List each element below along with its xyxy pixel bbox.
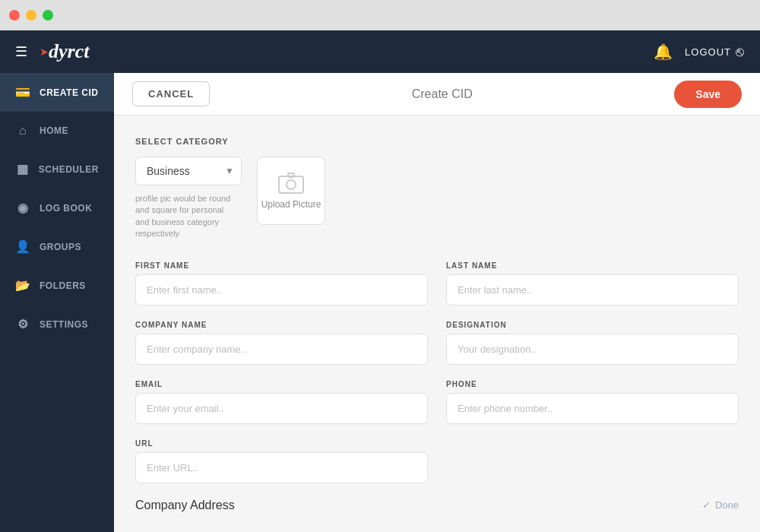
upload-image-icon (277, 172, 305, 195)
sidebar-active-label: Create CID (40, 87, 98, 98)
hamburger-icon[interactable]: ☰ (15, 43, 27, 60)
cid-icon: 💳 (15, 85, 30, 100)
logout-label: LOGOUT (685, 46, 731, 58)
category-select[interactable]: Business Personal (135, 157, 242, 185)
home-icon: ⌂ (15, 124, 30, 138)
upload-picture-box[interactable]: Upload Picture (257, 157, 325, 225)
url-input[interactable] (135, 452, 428, 483)
sidebar-groups-label: GROUPS (40, 242, 81, 252)
last-name-input[interactable] (446, 274, 739, 306)
email-input[interactable] (135, 393, 428, 424)
sidebar-item-groups[interactable]: 👤 GROUPS (0, 227, 114, 266)
select-wrapper: Business Personal ▼ (135, 157, 242, 185)
page-title: Create CID (412, 87, 473, 101)
email-label: EMAIL (135, 380, 428, 388)
done-button[interactable]: ✓ Done (702, 499, 739, 511)
last-name-group: LAST NAME (446, 261, 739, 306)
settings-icon: ⚙ (15, 317, 30, 331)
url-label: URL (135, 439, 428, 448)
phone-group: PHONE (446, 380, 739, 424)
svg-rect-2 (288, 173, 294, 177)
sidebar-folders-label: FOLDERS (40, 280, 86, 291)
first-name-group: FIRST NAME (135, 261, 428, 306)
close-button[interactable] (9, 10, 20, 21)
company-name-label: COMPANY NAME (135, 321, 428, 329)
sidebar-item-folders[interactable]: 📂 FOLDERS (0, 266, 114, 305)
logo-text: dyrct (49, 40, 89, 63)
nav-left: ☰ ➤ dyrct (15, 40, 89, 63)
main-layout: 💳 Create CID ⌂ HOME ▦ SCHEDULER ◉ LOG BO… (0, 73, 760, 532)
first-name-input[interactable] (135, 274, 428, 306)
company-address-title: Company Address (135, 499, 235, 512)
svg-point-1 (287, 180, 296, 189)
select-category-label: SELECT CATEGORY (135, 137, 739, 146)
sidebar-item-settings[interactable]: ⚙ SETTINGS (0, 305, 114, 344)
category-hint: profile pic would be round and square fo… (135, 193, 234, 240)
title-bar (0, 0, 760, 30)
minimize-button[interactable] (26, 10, 36, 21)
form-fields-grid: FIRST NAME LAST NAME COMPANY NAME (135, 261, 739, 483)
folders-icon: 📂 (15, 278, 30, 293)
sidebar: 💳 Create CID ⌂ HOME ▦ SCHEDULER ◉ LOG BO… (0, 73, 114, 532)
first-name-label: FIRST NAME (135, 261, 428, 270)
upload-picture-label: Upload Picture (261, 199, 321, 210)
company-address-section-header: Company Address ✓ Done (135, 499, 739, 518)
designation-label: DESIGNATION (446, 321, 739, 329)
phone-input[interactable] (446, 393, 739, 424)
phone-label: PHONE (446, 380, 739, 388)
content-area: CANCEL Create CID Save SELECT CATEGORY B… (114, 73, 760, 532)
sidebar-home-label: HOME (40, 125, 68, 136)
cancel-button[interactable]: CANCEL (132, 81, 210, 106)
check-icon: ✓ (702, 499, 711, 511)
last-name-label: LAST NAME (446, 261, 739, 270)
sidebar-scheduler-label: SCHEDULER (39, 164, 99, 175)
bell-icon[interactable]: 🔔 (654, 43, 673, 61)
sidebar-logbook-label: LOG BOOK (40, 203, 92, 214)
logbook-icon: ◉ (15, 201, 30, 215)
logout-icon: ⎋ (736, 44, 745, 60)
save-button[interactable]: Save (674, 81, 742, 108)
sidebar-item-home[interactable]: ⌂ HOME (0, 112, 114, 150)
content-header: CANCEL Create CID Save (114, 73, 760, 116)
category-row: Business Personal ▼ profile pic would be… (135, 157, 739, 240)
designation-group: DESIGNATION (446, 321, 739, 365)
email-group: EMAIL (135, 380, 428, 424)
sidebar-item-logbook[interactable]: ◉ LOG BOOK (0, 188, 114, 227)
sidebar-item-scheduler[interactable]: ▦ SCHEDULER (0, 150, 114, 188)
groups-icon: 👤 (15, 239, 30, 254)
app-wrapper: ☰ ➤ dyrct 🔔 LOGOUT ⎋ 💳 Create CID ⌂ HOM (0, 30, 760, 532)
nav-right: 🔔 LOGOUT ⎋ (654, 43, 745, 61)
top-nav: ☰ ➤ dyrct 🔔 LOGOUT ⎋ (0, 30, 760, 73)
scheduler-icon: ▦ (15, 162, 30, 176)
logout-button[interactable]: LOGOUT ⎋ (685, 44, 745, 60)
designation-input[interactable] (446, 334, 739, 365)
form-content: SELECT CATEGORY Business Personal ▼ prof… (114, 116, 760, 532)
done-label: Done (715, 499, 739, 511)
maximize-button[interactable] (43, 10, 53, 21)
company-name-input[interactable] (135, 334, 428, 365)
svg-rect-0 (279, 176, 303, 193)
sidebar-item-create-cid[interactable]: 💳 Create CID (0, 73, 114, 112)
logo-arrow-icon: ➤ (40, 46, 49, 58)
category-select-wrapper: Business Personal ▼ profile pic would be… (135, 157, 242, 240)
url-group: URL (135, 439, 428, 483)
company-name-group: COMPANY NAME (135, 321, 428, 365)
logo: ➤ dyrct (40, 40, 89, 63)
sidebar-settings-label: SETTINGS (40, 319, 88, 330)
